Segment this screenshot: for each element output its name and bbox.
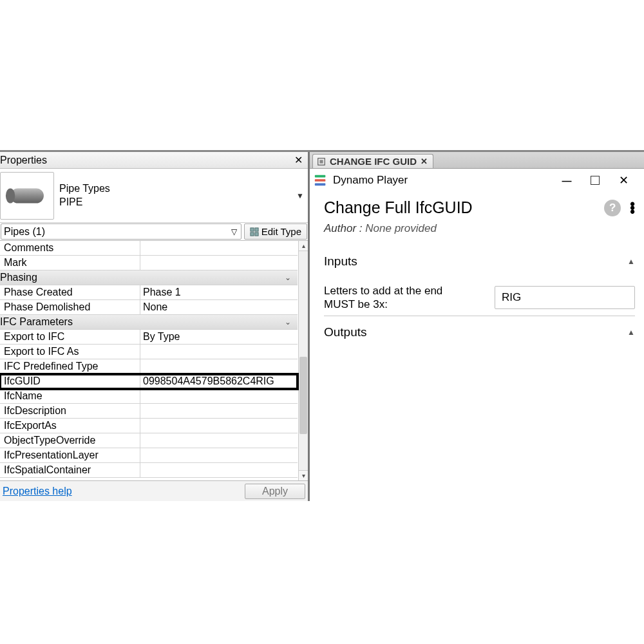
property-name: Mark	[0, 256, 140, 270]
author-value: None provided	[365, 222, 437, 234]
property-value[interactable]	[140, 404, 298, 418]
property-name: IfcDescription	[0, 404, 140, 418]
scroll-up-icon[interactable]: ▴	[299, 241, 308, 251]
property-name: Phase Demolished	[0, 300, 140, 314]
tab-label: CHANGE IFC GUID	[330, 156, 417, 167]
window-close-button[interactable]: ✕	[609, 171, 638, 189]
property-group-header[interactable]: Phasing⌄	[0, 270, 298, 285]
dynamo-app-title: Dynamo Player	[333, 174, 408, 187]
property-row[interactable]: Phase CreatedPhase 1	[0, 285, 298, 300]
type-thumbnail	[0, 172, 54, 220]
inputs-label: Inputs	[324, 254, 357, 269]
apply-button[interactable]: Apply	[245, 484, 305, 499]
filter-label: Pipes (1)	[4, 226, 45, 238]
property-row[interactable]: IfcGUID0998504A4579B5862C4RIG	[0, 374, 298, 389]
outputs-label: Outputs	[324, 325, 367, 339]
property-row[interactable]: IfcExportAs	[0, 419, 298, 433]
edit-type-icon	[250, 227, 259, 236]
svg-rect-9	[315, 179, 326, 182]
property-value[interactable]	[140, 463, 298, 477]
svg-rect-10	[315, 184, 326, 186]
collapse-icon: ⌄	[285, 317, 294, 327]
scroll-down-icon[interactable]: ▾	[299, 470, 308, 480]
property-row[interactable]: IfcDescription	[0, 404, 298, 419]
properties-title: Properties	[0, 155, 47, 166]
property-value[interactable]: Phase 1	[140, 285, 298, 299]
property-value[interactable]	[140, 241, 298, 255]
kebab-menu-icon[interactable]: •••	[630, 202, 635, 214]
properties-help-link[interactable]: Properties help	[3, 486, 72, 497]
help-icon[interactable]: ?	[604, 200, 621, 216]
properties-panel: Properties ✕ Pipe Typ	[0, 152, 310, 501]
outputs-section-header[interactable]: Outputs ▲	[324, 323, 635, 342]
chevron-down-icon: ▽	[231, 227, 237, 236]
script-title: Change Full IfcGUID	[324, 198, 604, 217]
type-family-label: Pipe Types	[59, 182, 304, 196]
tab-icon	[317, 157, 326, 166]
property-name: IfcPresentationLayer	[0, 448, 140, 462]
property-name: Comments	[0, 241, 140, 255]
property-value[interactable]	[140, 256, 298, 270]
collapse-icon: ⌄	[285, 273, 294, 282]
property-row[interactable]: Comments	[0, 241, 298, 256]
type-selector[interactable]: Pipe Types PIPE ▼	[0, 169, 308, 223]
property-value[interactable]: 0998504A4579B5862C4RIG	[140, 374, 298, 388]
property-group-header[interactable]: IFC Parameters⌄	[0, 315, 298, 330]
dynamo-player-window: Dynamo Player — ✕ Change Full IfcGUID ? …	[310, 169, 644, 501]
input-prompt-label: Letters to add at the end MUST be 3x:	[324, 284, 475, 312]
property-name: Export to IFC	[0, 330, 140, 344]
property-value[interactable]: None	[140, 300, 298, 314]
window-maximize-button[interactable]	[581, 171, 609, 189]
inputs-section-header[interactable]: Inputs ▲	[324, 252, 635, 271]
tab-change-ifc-guid[interactable]: CHANGE IFC GUID ✕	[312, 154, 433, 168]
properties-close-icon[interactable]: ✕	[292, 154, 305, 166]
properties-header: Properties ✕	[0, 152, 308, 169]
tab-strip: CHANGE IFC GUID ✕	[310, 152, 644, 169]
property-group-label: IFC Parameters	[0, 316, 73, 328]
property-row[interactable]: IFC Predefined Type	[0, 359, 298, 374]
svg-rect-0	[10, 188, 44, 203]
property-grid: CommentsMarkPhasing⌄Phase CreatedPhase 1…	[0, 241, 298, 478]
property-row[interactable]: IfcSpatialContainer	[0, 463, 298, 478]
property-value[interactable]	[140, 345, 298, 359]
scrollbar[interactable]: ▴ ▾	[298, 241, 308, 480]
property-value[interactable]	[140, 359, 298, 374]
property-grid-scroll: CommentsMarkPhasing⌄Phase CreatedPhase 1…	[0, 241, 308, 480]
svg-point-1	[6, 188, 15, 203]
letters-input[interactable]	[495, 286, 635, 309]
property-name: IFC Predefined Type	[0, 359, 140, 374]
property-row[interactable]: IfcName	[0, 389, 298, 404]
right-pane: CHANGE IFC GUID ✕ Dynamo Player — ✕	[310, 152, 644, 501]
property-value[interactable]	[140, 433, 298, 448]
type-name-label: PIPE	[59, 196, 304, 209]
edit-type-label: Edit Type	[261, 226, 301, 237]
property-value[interactable]	[140, 419, 298, 433]
property-row[interactable]: IfcPresentationLayer	[0, 448, 298, 463]
property-name: ObjectTypeOverride	[0, 433, 140, 448]
tab-close-icon[interactable]: ✕	[421, 156, 428, 166]
property-name: IfcSpatialContainer	[0, 463, 140, 477]
dynamo-app-icon	[314, 173, 328, 187]
svg-rect-8	[315, 175, 326, 178]
property-value[interactable]: By Type	[140, 330, 298, 344]
chevron-up-icon: ▲	[627, 257, 635, 266]
window-minimize-button[interactable]: —	[553, 171, 581, 189]
chevron-down-icon[interactable]: ▼	[296, 191, 304, 200]
author-label: Author :	[324, 222, 363, 234]
property-row[interactable]: Phase DemolishedNone	[0, 300, 298, 315]
property-row[interactable]: ObjectTypeOverride	[0, 433, 298, 448]
property-name: Phase Created	[0, 285, 140, 299]
svg-rect-4	[251, 232, 254, 235]
property-value[interactable]	[140, 448, 298, 462]
scrollbar-thumb[interactable]	[299, 357, 307, 434]
property-row[interactable]: Export to IFCBy Type	[0, 330, 298, 345]
edit-type-button[interactable]: Edit Type	[244, 223, 307, 240]
chevron-up-icon: ▲	[627, 328, 635, 337]
filter-selector[interactable]: Pipes (1) ▽	[1, 223, 242, 240]
svg-rect-3	[255, 227, 258, 231]
property-name: IfcGUID	[0, 374, 140, 388]
property-value[interactable]	[140, 389, 298, 403]
property-row[interactable]: Export to IFC As	[0, 345, 298, 359]
property-name: IfcExportAs	[0, 419, 140, 433]
property-row[interactable]: Mark	[0, 256, 298, 270]
